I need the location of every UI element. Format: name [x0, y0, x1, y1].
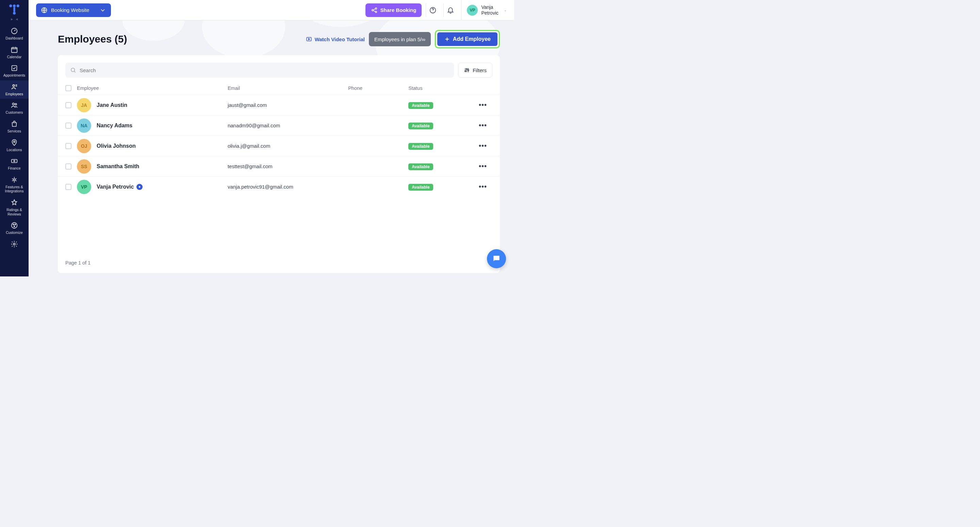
nav-settings[interactable] — [0, 238, 29, 251]
svg-point-2 — [17, 5, 19, 7]
add-employee-button[interactable]: Add Employee — [437, 32, 498, 46]
chevron-down-icon — [99, 7, 106, 14]
svg-point-0 — [9, 5, 12, 7]
table-row[interactable]: OJ Olivia Johnson olivia.j@gmail.com Ava… — [58, 135, 500, 156]
row-actions-button[interactable]: ••• — [479, 142, 487, 150]
pager: Page 1 of 1 — [58, 257, 500, 266]
row-actions-button[interactable]: ••• — [479, 121, 487, 129]
play-icon — [306, 36, 312, 42]
svg-point-19 — [13, 243, 15, 245]
row-actions-button[interactable]: ••• — [479, 183, 487, 190]
svg-point-14 — [13, 179, 15, 181]
nav-calendar[interactable]: Calendar — [0, 43, 29, 62]
nav-customize[interactable]: Customize — [0, 219, 29, 238]
employee-email: vanja.petrovic91@gmail.com — [228, 184, 348, 189]
nav-employees[interactable]: Employees — [0, 80, 29, 99]
table-body: JA Jane Austin jaust@gmail.com Available… — [58, 95, 500, 197]
col-email: Email — [228, 86, 348, 91]
table-row[interactable]: SS Samantha Smith testtest@gmail.com Ava… — [58, 156, 500, 176]
employee-avatar: NA — [77, 118, 91, 133]
nav-services[interactable]: Services — [0, 118, 29, 136]
row-checkbox[interactable] — [65, 184, 72, 190]
employee-email: olivia.j@gmail.com — [228, 143, 348, 149]
svg-point-10 — [15, 103, 17, 105]
sidebar: ▶◀ Dashboard Calendar Appointments Emplo… — [0, 0, 29, 276]
filters-icon — [464, 67, 470, 73]
main-content: Employees (5) Watch Video Tutorial Emplo… — [29, 21, 514, 276]
topbar: Booking Website Share Booking VP Vanja P… — [29, 0, 514, 21]
booking-label: Booking Website — [51, 7, 89, 13]
svg-point-4 — [13, 12, 16, 14]
svg-rect-12 — [11, 160, 18, 163]
sidebar-collapse-toggle[interactable]: ▶◀ — [10, 18, 18, 21]
row-actions-button[interactable]: ••• — [479, 101, 487, 108]
svg-point-32 — [466, 69, 468, 70]
search-input[interactable] — [80, 67, 449, 73]
filters-button[interactable]: Filters — [458, 63, 492, 78]
svg-point-33 — [468, 70, 469, 71]
row-checkbox[interactable] — [65, 102, 72, 108]
table-row[interactable]: JA Jane Austin jaust@gmail.com Available… — [58, 95, 500, 115]
employee-name: Olivia Johnson — [97, 143, 136, 149]
table-row[interactable]: NA Nancy Adams nanadm90@gmail.com Availa… — [58, 115, 500, 135]
nav-dashboard[interactable]: Dashboard — [0, 24, 29, 43]
bell-icon — [447, 6, 454, 14]
status-badge: Available — [408, 184, 433, 191]
watch-tutorial-link[interactable]: Watch Video Tutorial — [306, 36, 365, 42]
chat-button[interactable] — [487, 249, 506, 268]
nav-features[interactable]: Features & Integrations — [0, 173, 29, 196]
user-firstname: Vanja — [481, 5, 498, 10]
employee-name: Nancy Adams — [97, 123, 132, 129]
share-label: Share Booking — [380, 7, 417, 13]
page-title: Employees (5) — [58, 33, 302, 45]
page-header: Employees (5) Watch Video Tutorial Emplo… — [29, 21, 514, 55]
svg-rect-3 — [13, 7, 15, 11]
nav-finance[interactable]: Finance — [0, 154, 29, 173]
add-employee-highlight: Add Employee — [435, 30, 500, 48]
svg-point-9 — [13, 103, 14, 105]
nav-label: Calendar — [7, 55, 22, 59]
svg-point-11 — [14, 141, 15, 143]
notifications-button[interactable] — [443, 3, 457, 17]
card-toolbar: Filters — [58, 63, 500, 78]
help-button[interactable] — [426, 3, 439, 17]
app-logo — [9, 4, 20, 15]
status-badge: Available — [408, 163, 433, 170]
plan-badge: Employees in plan 5/∞ — [369, 32, 431, 46]
employee-email: testtest@gmail.com — [228, 163, 348, 169]
nav-locations[interactable]: Locations — [0, 136, 29, 155]
filters-label: Filters — [473, 67, 487, 73]
col-phone: Phone — [348, 86, 408, 91]
nav-label: Appointments — [3, 73, 25, 78]
nav-label: Finance — [8, 166, 21, 170]
col-employee: Employee — [77, 86, 228, 91]
watch-label: Watch Video Tutorial — [315, 37, 365, 42]
status-badge: Available — [408, 123, 433, 129]
employee-avatar: OJ — [77, 139, 91, 153]
nav-label: Ratings & Reviews — [2, 208, 27, 216]
svg-point-17 — [14, 224, 16, 225]
nav-ratings[interactable]: Ratings & Reviews — [0, 196, 29, 219]
table-row[interactable]: VP Vanja Petrovic vanja.petrovic91@gmail… — [58, 176, 500, 197]
nav-label: Dashboard — [5, 36, 23, 40]
chat-icon — [492, 254, 501, 263]
svg-point-8 — [13, 84, 14, 86]
nav-label: Locations — [7, 148, 22, 152]
row-checkbox[interactable] — [65, 123, 72, 129]
nav-label: Customers — [6, 110, 23, 115]
share-booking-button[interactable]: Share Booking — [366, 3, 422, 17]
row-actions-button[interactable]: ••• — [479, 162, 487, 170]
search-field[interactable] — [65, 63, 454, 78]
user-menu[interactable]: VP Vanja Petrovic ⌄ — [461, 0, 507, 20]
nav-label: Services — [8, 129, 21, 134]
select-all-checkbox[interactable] — [65, 85, 72, 91]
svg-point-16 — [13, 224, 14, 225]
nav-appointments[interactable]: Appointments — [0, 62, 29, 80]
nav-customers[interactable]: Customers — [0, 99, 29, 118]
col-status: Status — [408, 86, 479, 91]
booking-website-button[interactable]: Booking Website — [36, 3, 111, 17]
row-checkbox[interactable] — [65, 163, 72, 170]
employee-email: jaust@gmail.com — [228, 102, 348, 108]
row-checkbox[interactable] — [65, 143, 72, 149]
employee-avatar: VP — [77, 180, 91, 194]
